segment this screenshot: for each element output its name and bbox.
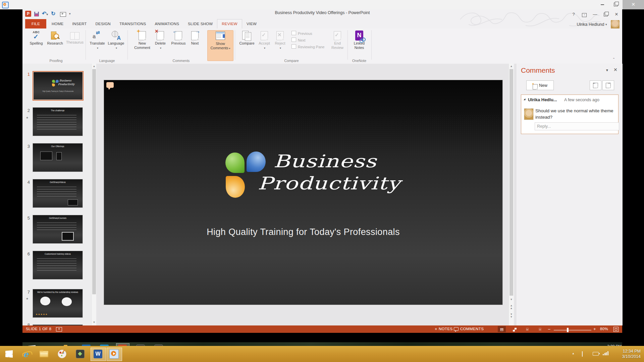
tab-transitions[interactable]: TRANSITIONS [115, 19, 151, 28]
thesaurus-icon [70, 32, 79, 40]
slide-scrollbar[interactable]: ▲ ▼ ▲▲ ▼▼ [508, 64, 514, 325]
research-button[interactable]: Research [46, 30, 64, 60]
scroll-up-icon[interactable]: ▲ [509, 64, 514, 69]
ribbon-tabs: FILE HOME INSERT DESIGN TRANSITIONS ANIM… [25, 19, 261, 28]
slide-thumbnail-6[interactable]: Customized training videos [33, 251, 83, 280]
tab-slideshow[interactable]: SLIDE SHOW [183, 19, 217, 28]
reading-view-button[interactable]: ⌸ [523, 326, 531, 332]
scroll-down-icon[interactable]: ▼ [92, 320, 97, 325]
comment-marker-icon[interactable] [106, 82, 114, 88]
player-minimize-button[interactable] [596, 0, 608, 9]
slide-thumbnail-2[interactable]: The challenge [33, 107, 83, 136]
compare-button[interactable]: Compare [238, 30, 256, 60]
zoom-slider-handle[interactable] [567, 328, 569, 332]
translate-button[interactable]: a⇄ Translate [88, 30, 106, 60]
ribbon-display-options-icon[interactable]: ↑ [580, 11, 589, 18]
tray-expand-icon[interactable]: ▲ [572, 352, 575, 355]
restore-button[interactable] [601, 11, 610, 18]
reply-input[interactable] [535, 122, 619, 130]
tab-file[interactable]: FILE [25, 19, 46, 28]
next-comment-pane-button[interactable] [602, 80, 614, 90]
previous-slide-button[interactable]: ▲▲ [509, 304, 514, 310]
paint-icon[interactable] [56, 349, 68, 359]
file-explorer-icon[interactable] [38, 349, 50, 359]
slide-thumbnail-7[interactable]: We're humbled by the outstanding reviews… [33, 289, 83, 318]
notes-toggle[interactable]: NOTES [439, 327, 453, 331]
tab-review[interactable]: REVIEW [217, 19, 242, 28]
next-slide-button[interactable]: ▼▼ [509, 313, 514, 318]
language-button[interactable]: A Language [107, 30, 125, 60]
delete-icon: ✕ [155, 31, 165, 41]
zoom-slider-track[interactable] [554, 330, 591, 330]
new-comment-button[interactable]: ✦ New Comment [133, 30, 151, 60]
player-close-button[interactable]: ✕ [623, 0, 644, 9]
new-comment-icon [533, 84, 538, 89]
recorder-app-icon[interactable] [74, 349, 86, 359]
help-icon[interactable]: ? [569, 11, 578, 18]
comment-card[interactable]: ◢ Ulrika Hedlu... A few seconds ago Shou… [521, 95, 619, 134]
linked-notes-button[interactable]: N Linked Notes [350, 30, 369, 60]
start-button-icon[interactable] [3, 349, 15, 359]
battery-icon[interactable] [593, 352, 599, 356]
spelling-button[interactable]: ABC✓ Spelling [27, 30, 45, 60]
scrollbar-thumb[interactable] [92, 69, 96, 294]
start-slideshow-icon[interactable] [60, 12, 66, 17]
save-icon[interactable] [34, 12, 39, 16]
comments-toggle[interactable]: COMMENTS [460, 327, 484, 331]
scroll-down-icon[interactable]: ▼ [509, 297, 514, 302]
slide-thumbnail-4[interactable]: GetSharpVideos [33, 179, 83, 208]
internet-explorer-icon[interactable]: e [20, 349, 32, 359]
delete-comment-button[interactable]: ✕ Delete [153, 30, 168, 60]
scroll-up-icon[interactable]: ▲ [92, 64, 97, 69]
display-settings-icon[interactable]: ✕ [56, 327, 62, 331]
thumbnail-scrollbar[interactable]: ▲ ▼ [91, 64, 97, 325]
slide[interactable]: Business Productivity High Quality Train… [104, 80, 503, 305]
slide-sorter-view-button[interactable] [511, 326, 519, 332]
account-area[interactable]: Ulrika Hedlund ▾ [539, 20, 620, 29]
previous-comment-pane-button[interactable] [590, 80, 601, 90]
slideshow-view-button[interactable]: ⍓ [536, 326, 544, 332]
slide-thumbnail-5[interactable]: GetSharpCourses [33, 215, 83, 244]
show-comments-button[interactable]: Show Comments [207, 30, 233, 61]
group-divider [371, 30, 372, 60]
tab-animations[interactable]: ANIMATIONS [150, 19, 183, 28]
minimize-button[interactable]: — [591, 11, 599, 18]
accept-button[interactable]: ✓ Accept [257, 30, 272, 60]
tab-insert[interactable]: INSERT [68, 19, 91, 28]
wifi-signal-icon[interactable] [603, 351, 608, 355]
next-comment-icon [606, 83, 611, 88]
tab-design[interactable]: DESIGN [91, 19, 115, 28]
undo-icon[interactable]: ↶▾ [42, 11, 48, 17]
compare-previous-button[interactable]: Previous [289, 31, 331, 37]
reviewing-pane-button[interactable]: Reviewing Pane [289, 44, 331, 50]
collapse-comment-icon[interactable]: ◢ [524, 98, 525, 101]
zoom-level[interactable]: 80% [600, 327, 608, 331]
reject-button[interactable]: ✕ Reject [273, 30, 287, 60]
pane-close-icon[interactable]: ✕ [613, 67, 618, 72]
customize-qat-icon[interactable]: ▾ [69, 11, 71, 17]
fit-to-window-button[interactable] [613, 327, 619, 332]
compare-next-button[interactable]: Next [289, 38, 331, 43]
zoom-out-button[interactable]: − [548, 326, 551, 332]
redo-icon[interactable]: ↻ [51, 11, 57, 17]
thesaurus-button[interactable]: Thesaurus [65, 30, 85, 60]
pane-options-icon[interactable]: ▼ [605, 68, 609, 72]
word-icon[interactable]: W [92, 349, 104, 359]
zoom-in-button[interactable]: + [593, 326, 596, 331]
tab-home[interactable]: HOME [47, 19, 68, 28]
previous-comment-button[interactable]: ← Previous [169, 30, 187, 60]
slide-thumbnail-1[interactable]: Business Productivity High Quality Train… [33, 71, 84, 101]
collapse-ribbon-icon[interactable]: ⌃ [610, 57, 618, 62]
slide-thumbnail-3[interactable]: Our Offerings [33, 143, 83, 172]
close-button[interactable]: ✕ [612, 11, 621, 18]
tab-view[interactable]: VIEW [242, 19, 261, 28]
outer-clock[interactable]: 12:34 PM 3/10/2014 [610, 349, 641, 359]
media-player-taskbar-icon[interactable] [108, 349, 120, 359]
scrollbar-thumb[interactable] [509, 69, 513, 296]
end-review-button[interactable]: ✓ End Review [329, 30, 346, 60]
player-maximize-button[interactable] [610, 0, 622, 9]
normal-view-button[interactable]: ▤ [498, 326, 506, 332]
slide-tagline: High Quality Training for Today's Profes… [104, 227, 502, 237]
new-comment-pane-button[interactable]: New [526, 80, 554, 90]
next-comment-button[interactable]: → Next [188, 30, 202, 60]
